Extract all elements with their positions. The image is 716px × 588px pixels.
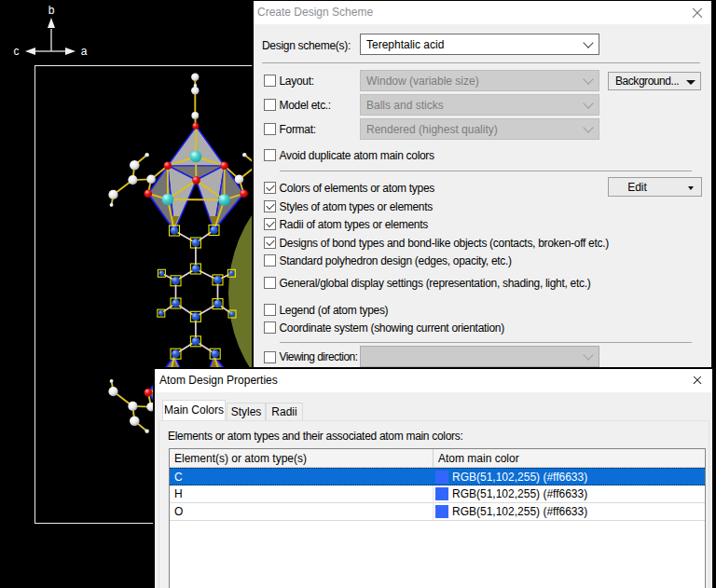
svg-text:c: c bbox=[14, 45, 20, 58]
svg-text:b: b bbox=[48, 4, 55, 17]
svg-text:a: a bbox=[81, 45, 88, 58]
